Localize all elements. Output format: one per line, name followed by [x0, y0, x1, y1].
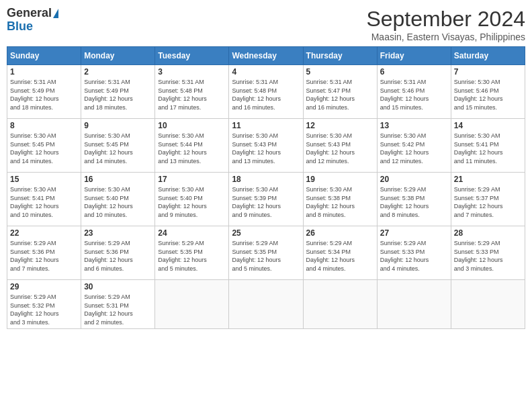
day-number: 16 [84, 175, 152, 184]
table-row: 21Sunrise: 5:29 AM Sunset: 5:37 PM Dayli… [451, 173, 525, 226]
day-number: 15 [10, 175, 78, 184]
day-number: 29 [10, 282, 78, 291]
day-number: 24 [158, 228, 226, 238]
day-info: Sunrise: 5:29 AM Sunset: 5:37 PM Dayligh… [454, 185, 522, 219]
calendar-week-row: 15Sunrise: 5:30 AM Sunset: 5:41 PM Dayli… [7, 173, 525, 226]
table-row [155, 280, 229, 329]
day-info: Sunrise: 5:30 AM Sunset: 5:42 PM Dayligh… [380, 132, 448, 165]
day-number: 3 [158, 67, 226, 77]
table-row [377, 280, 451, 329]
table-row: 19Sunrise: 5:30 AM Sunset: 5:38 PM Dayli… [303, 173, 377, 226]
day-info: Sunrise: 5:29 AM Sunset: 5:33 PM Dayligh… [454, 239, 522, 273]
table-row: 17Sunrise: 5:30 AM Sunset: 5:40 PM Dayli… [155, 173, 229, 226]
weekday-header-wednesday: Wednesday [229, 47, 303, 65]
day-info: Sunrise: 5:31 AM Sunset: 5:46 PM Dayligh… [380, 78, 448, 111]
table-row [451, 280, 525, 329]
location: Maasin, Eastern Visayas, Philippines [366, 32, 525, 42]
day-number: 5 [306, 67, 374, 77]
day-info: Sunrise: 5:30 AM Sunset: 5:43 PM Dayligh… [306, 132, 374, 165]
table-row: 4Sunrise: 5:31 AM Sunset: 5:48 PM Daylig… [229, 65, 303, 119]
day-info: Sunrise: 5:30 AM Sunset: 5:38 PM Dayligh… [306, 185, 374, 219]
day-number: 18 [232, 175, 300, 184]
day-number: 4 [232, 67, 300, 77]
table-row: 18Sunrise: 5:30 AM Sunset: 5:39 PM Dayli… [229, 173, 303, 226]
day-info: Sunrise: 5:30 AM Sunset: 5:41 PM Dayligh… [454, 132, 522, 165]
table-row: 6Sunrise: 5:31 AM Sunset: 5:46 PM Daylig… [377, 65, 451, 119]
day-info: Sunrise: 5:29 AM Sunset: 5:35 PM Dayligh… [158, 239, 226, 273]
weekday-header-thursday: Thursday [303, 47, 377, 65]
day-number: 17 [158, 175, 226, 184]
day-number: 21 [454, 175, 522, 184]
title-section: September 2024 Maasin, Eastern Visayas, … [366, 7, 525, 42]
day-info: Sunrise: 5:31 AM Sunset: 5:48 PM Dayligh… [158, 78, 226, 111]
table-row: 22Sunrise: 5:29 AM Sunset: 5:36 PM Dayli… [7, 226, 81, 280]
table-row [303, 280, 377, 329]
day-info: Sunrise: 5:30 AM Sunset: 5:40 PM Dayligh… [158, 185, 226, 219]
day-info: Sunrise: 5:29 AM Sunset: 5:34 PM Dayligh… [306, 239, 374, 273]
table-row: 12Sunrise: 5:30 AM Sunset: 5:43 PM Dayli… [303, 119, 377, 173]
table-row: 20Sunrise: 5:29 AM Sunset: 5:38 PM Dayli… [377, 173, 451, 226]
month-title: September 2024 [366, 7, 525, 32]
day-info: Sunrise: 5:29 AM Sunset: 5:35 PM Dayligh… [232, 239, 300, 273]
table-row: 9Sunrise: 5:30 AM Sunset: 5:45 PM Daylig… [81, 119, 155, 173]
day-info: Sunrise: 5:29 AM Sunset: 5:38 PM Dayligh… [380, 185, 448, 219]
table-row: 1Sunrise: 5:31 AM Sunset: 5:49 PM Daylig… [7, 65, 81, 119]
day-info: Sunrise: 5:30 AM Sunset: 5:46 PM Dayligh… [454, 78, 522, 111]
day-info: Sunrise: 5:29 AM Sunset: 5:31 PM Dayligh… [84, 293, 152, 326]
table-row: 27Sunrise: 5:29 AM Sunset: 5:33 PM Dayli… [377, 226, 451, 280]
day-number: 6 [380, 67, 448, 77]
day-info: Sunrise: 5:30 AM Sunset: 5:39 PM Dayligh… [232, 185, 300, 219]
table-row: 10Sunrise: 5:30 AM Sunset: 5:44 PM Dayli… [155, 119, 229, 173]
calendar-table: SundayMondayTuesdayWednesdayThursdayFrid… [7, 46, 525, 329]
table-row: 13Sunrise: 5:30 AM Sunset: 5:42 PM Dayli… [377, 119, 451, 173]
day-number: 12 [306, 121, 374, 130]
day-info: Sunrise: 5:29 AM Sunset: 5:36 PM Dayligh… [10, 239, 78, 273]
table-row: 23Sunrise: 5:29 AM Sunset: 5:36 PM Dayli… [81, 226, 155, 280]
day-number: 28 [454, 228, 522, 238]
table-row: 26Sunrise: 5:29 AM Sunset: 5:34 PM Dayli… [303, 226, 377, 280]
table-row: 8Sunrise: 5:30 AM Sunset: 5:45 PM Daylig… [7, 119, 81, 173]
day-number: 1 [10, 67, 78, 77]
weekday-header-monday: Monday [81, 47, 155, 65]
weekday-header-saturday: Saturday [451, 47, 525, 65]
table-row: 28Sunrise: 5:29 AM Sunset: 5:33 PM Dayli… [451, 226, 525, 280]
calendar-week-row: 22Sunrise: 5:29 AM Sunset: 5:36 PM Dayli… [7, 226, 525, 280]
calendar-week-row: 1Sunrise: 5:31 AM Sunset: 5:49 PM Daylig… [7, 65, 525, 119]
weekday-header-sunday: Sunday [7, 47, 81, 65]
day-number: 19 [306, 175, 374, 184]
day-info: Sunrise: 5:30 AM Sunset: 5:44 PM Dayligh… [158, 132, 226, 165]
table-row: 24Sunrise: 5:29 AM Sunset: 5:35 PM Dayli… [155, 226, 229, 280]
calendar-week-row: 29Sunrise: 5:29 AM Sunset: 5:32 PM Dayli… [7, 280, 525, 329]
day-number: 14 [454, 121, 522, 130]
day-info: Sunrise: 5:31 AM Sunset: 5:47 PM Dayligh… [306, 78, 374, 111]
calendar-week-row: 8Sunrise: 5:30 AM Sunset: 5:45 PM Daylig… [7, 119, 525, 173]
table-row [229, 280, 303, 329]
logo-icon [53, 9, 58, 18]
table-row: 15Sunrise: 5:30 AM Sunset: 5:41 PM Dayli… [7, 173, 81, 226]
table-row: 3Sunrise: 5:31 AM Sunset: 5:48 PM Daylig… [155, 65, 229, 119]
day-number: 7 [454, 67, 522, 77]
day-info: Sunrise: 5:30 AM Sunset: 5:45 PM Dayligh… [84, 132, 152, 165]
weekday-header-tuesday: Tuesday [155, 47, 229, 65]
day-number: 13 [380, 121, 448, 130]
day-number: 2 [84, 67, 152, 77]
day-info: Sunrise: 5:30 AM Sunset: 5:40 PM Dayligh… [84, 185, 152, 219]
page-header: General Blue September 2024 Maasin, East… [7, 7, 525, 42]
table-row: 29Sunrise: 5:29 AM Sunset: 5:32 PM Dayli… [7, 280, 81, 329]
day-number: 20 [380, 175, 448, 184]
day-number: 22 [10, 228, 78, 238]
day-number: 23 [84, 228, 152, 238]
day-info: Sunrise: 5:29 AM Sunset: 5:33 PM Dayligh… [380, 239, 448, 273]
table-row: 2Sunrise: 5:31 AM Sunset: 5:49 PM Daylig… [81, 65, 155, 119]
table-row: 25Sunrise: 5:29 AM Sunset: 5:35 PM Dayli… [229, 226, 303, 280]
weekday-header-row: SundayMondayTuesdayWednesdayThursdayFrid… [7, 47, 525, 65]
table-row: 11Sunrise: 5:30 AM Sunset: 5:43 PM Dayli… [229, 119, 303, 173]
logo-blue-text: Blue [7, 20, 33, 34]
day-info: Sunrise: 5:30 AM Sunset: 5:45 PM Dayligh… [10, 132, 78, 165]
table-row: 16Sunrise: 5:30 AM Sunset: 5:40 PM Dayli… [81, 173, 155, 226]
logo-general-text: General [7, 7, 52, 20]
day-info: Sunrise: 5:30 AM Sunset: 5:43 PM Dayligh… [232, 132, 300, 165]
day-number: 30 [84, 282, 152, 291]
weekday-header-friday: Friday [377, 47, 451, 65]
table-row: 30Sunrise: 5:29 AM Sunset: 5:31 PM Dayli… [81, 280, 155, 329]
